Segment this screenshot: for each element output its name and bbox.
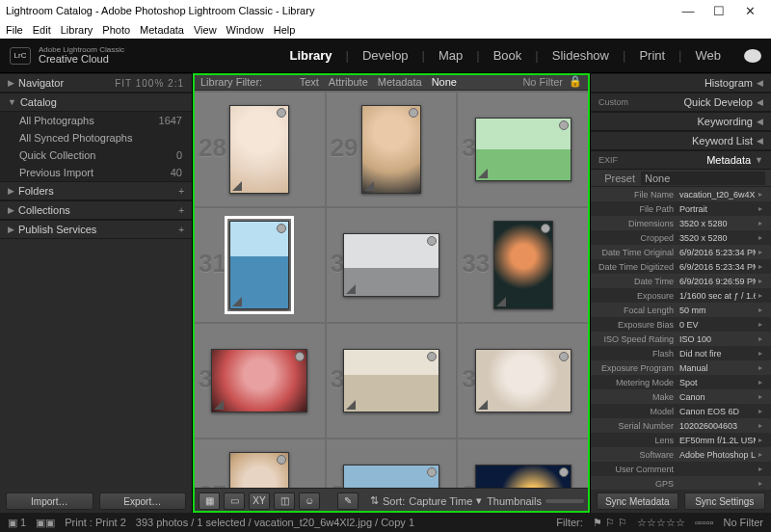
metadata-row[interactable]: GPS▸ (591, 476, 771, 490)
filter-tab-metadata[interactable]: Metadata (378, 76, 422, 88)
grid-cell[interactable]: 33 (458, 208, 588, 322)
module-slideshow[interactable]: Slideshow (552, 48, 609, 63)
sync-metadata-button[interactable]: Sync Metadata (597, 492, 678, 510)
cloud-sync-icon[interactable] (744, 49, 761, 63)
metadata-row[interactable]: LensEF50mm f/1.2L USM▸ (591, 433, 771, 447)
metadata-row[interactable]: Focal Length50 mm▸ (591, 303, 771, 317)
metadata-row[interactable]: ModelCanon EOS 6D▸ (591, 404, 771, 418)
survey-view-button[interactable]: ◫ (274, 492, 295, 510)
metadata-preset-row[interactable]: Preset None (591, 170, 771, 187)
grid-cell[interactable]: 28 (195, 93, 325, 206)
grid-cell[interactable]: 29 (327, 93, 457, 206)
grid-cell[interactable]: 38 (327, 439, 457, 488)
loupe-view-button[interactable]: ▭ (224, 492, 245, 510)
grid-cell[interactable]: 36 (458, 324, 588, 438)
metadata-row[interactable]: SoftwareAdobe Photoshop Lightroom S…▸ (591, 447, 771, 462)
sort-value-dropdown[interactable]: Capture Time (409, 495, 472, 507)
metadata-row[interactable]: Date Time Original6/9/2016 5:23:34 PM▸ (591, 245, 771, 259)
status-nofilter[interactable]: No Filter (723, 517, 763, 528)
metadata-row[interactable]: Date Time6/9/2016 9:26:59 PM▸ (591, 274, 771, 288)
module-develop[interactable]: Develop (362, 48, 409, 63)
metadata-row[interactable]: User Comment▸ (591, 462, 771, 476)
menu-library[interactable]: Library (61, 24, 93, 36)
grid-cell[interactable]: 37 (195, 439, 325, 488)
menu-window[interactable]: Window (226, 24, 264, 36)
quickdevelop-panel-header[interactable]: Custom Quick Develop ◀ (591, 93, 771, 112)
compare-view-button[interactable]: XY (249, 492, 270, 510)
filter-flag-icon[interactable]: ⚑ ⚐ ⚐ (593, 517, 627, 529)
add-folder-icon[interactable]: + (178, 186, 184, 197)
grid-cell[interactable]: 30 (458, 93, 588, 206)
grid-view-button[interactable]: ▦ (199, 492, 220, 510)
export-button[interactable]: Export… (99, 492, 187, 510)
module-book[interactable]: Book (493, 48, 522, 63)
no-filter-dropdown[interactable]: No Filter (522, 76, 563, 88)
publish-panel-header[interactable]: ▶ Publish Services + (0, 220, 192, 239)
metadata-mode[interactable]: EXIF (598, 155, 618, 165)
filmstrip-toggle-icon[interactable]: ▣ 1 (8, 517, 26, 529)
grid-cell[interactable]: 39 (458, 439, 588, 488)
filter-tab-attribute[interactable]: Attribute (329, 76, 368, 88)
second-window-icon[interactable]: ▣▣ (36, 517, 55, 529)
folders-panel-header[interactable]: ▶ Folders + (0, 181, 192, 200)
metadata-row[interactable]: Metering ModeSpot▸ (591, 375, 771, 389)
add-publish-icon[interactable]: + (178, 225, 184, 235)
catalog-item[interactable]: Previous Import40 (0, 164, 192, 181)
preset-value[interactable]: None (641, 172, 765, 185)
thumbnail-grid[interactable]: 282930313233343536373839 (193, 91, 590, 488)
metadata-row[interactable]: FlashDid not fire▸ (591, 346, 771, 360)
people-view-button[interactable]: ☺ (299, 492, 320, 510)
lock-icon[interactable]: 🔒 (569, 75, 582, 88)
metadata-row[interactable]: Exposure ProgramManual▸ (591, 360, 771, 375)
catalog-item[interactable]: All Photographs1647 (0, 112, 192, 129)
menu-edit[interactable]: Edit (33, 24, 51, 36)
module-web[interactable]: Web (696, 48, 722, 63)
filter-color-icon[interactable]: ▫▫▫▫▫ (695, 517, 714, 528)
minimize-icon[interactable]: — (673, 4, 704, 18)
menu-view[interactable]: View (194, 24, 217, 36)
grid-cell[interactable]: 35 (327, 324, 457, 438)
menu-metadata[interactable]: Metadata (140, 24, 184, 36)
metadata-row[interactable]: ISO Speed RatingISO 100▸ (591, 332, 771, 346)
close-icon[interactable]: ✕ (734, 4, 765, 18)
navigator-zoom-controls[interactable]: FIT 100% 2:1 (115, 78, 184, 89)
catalog-panel-header[interactable]: ▼ Catalog (0, 93, 192, 112)
keywording-panel-header[interactable]: Keywording ◀ (591, 112, 771, 131)
menu-help[interactable]: Help (274, 24, 296, 36)
metadata-row[interactable]: Dimensions3520 x 5280▸ (591, 216, 771, 230)
grid-cell[interactable]: 34 (195, 324, 325, 438)
metadata-row[interactable]: Cropped3520 x 5280▸ (591, 230, 771, 245)
histogram-panel-header[interactable]: Histogram ◀ (591, 73, 771, 93)
filter-tab-none[interactable]: None (432, 76, 457, 88)
navigator-panel-header[interactable]: ▶ Navigator FIT 100% 2:1 (0, 73, 192, 93)
metadata-panel-header[interactable]: EXIF Metadata ▼ (591, 150, 771, 170)
metadata-row[interactable]: File Namevacation_t20_6w4Xl2.jpg▸ (591, 187, 771, 201)
collections-panel-header[interactable]: ▶ Collections + (0, 200, 192, 220)
keywordlist-panel-header[interactable]: Keyword List ◀ (591, 131, 771, 150)
maximize-icon[interactable]: ☐ (704, 4, 734, 18)
metadata-row[interactable]: File PathPortrait▸ (591, 201, 771, 216)
catalog-item[interactable]: Quick Collection0 (0, 146, 192, 164)
module-library[interactable]: Library (289, 48, 332, 63)
filter-star-icon[interactable]: ☆☆☆☆☆ (637, 517, 685, 529)
painter-tool-button[interactable]: ✎ (337, 492, 359, 510)
metadata-row[interactable]: MakeCanon▸ (591, 389, 771, 404)
metadata-row[interactable]: Exposure Bias0 EV▸ (591, 317, 771, 332)
import-button[interactable]: Import… (6, 492, 93, 510)
filter-tab-text[interactable]: Text (300, 76, 319, 88)
module-map[interactable]: Map (439, 48, 463, 63)
menu-photo[interactable]: Photo (102, 24, 130, 36)
sort-direction-icon[interactable]: ⇅ (370, 494, 379, 507)
library-filter-bar[interactable]: Library Filter: TextAttributeMetadataNon… (193, 73, 590, 91)
grid-cell[interactable]: 32 (327, 208, 457, 322)
grid-cell[interactable]: 31 (195, 208, 325, 322)
module-print[interactable]: Print (639, 48, 665, 63)
add-collection-icon[interactable]: + (178, 205, 184, 216)
menu-file[interactable]: File (6, 24, 23, 36)
metadata-row[interactable]: Serial Number102026004603▸ (591, 418, 771, 433)
thumbnail-size-slider[interactable] (545, 499, 584, 503)
sync-settings-button[interactable]: Sync Settings (684, 492, 766, 510)
metadata-row[interactable]: Exposure1/1600 sec at ƒ / 1.6▸ (591, 288, 771, 303)
metadata-row[interactable]: Date Time Digitized6/9/2016 5:23:34 PM▸ (591, 259, 771, 274)
catalog-item[interactable]: All Synced Photographs (0, 129, 192, 146)
